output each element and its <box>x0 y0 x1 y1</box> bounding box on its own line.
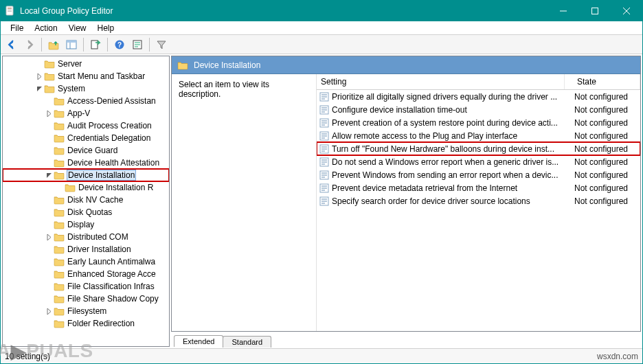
tree-node-label: Audit Process Creation <box>67 121 152 130</box>
chevron-right-icon[interactable] <box>34 73 44 80</box>
folder-icon <box>54 96 65 106</box>
setting-row[interactable]: Prevent device metadata retrieval from t… <box>317 181 640 194</box>
tab-standard[interactable]: Standard <box>223 336 271 348</box>
folder-icon <box>54 170 65 180</box>
setting-row[interactable]: Allow remote access to the Plug and Play… <box>317 129 640 142</box>
help-button[interactable] <box>111 36 128 53</box>
tree-node-label: Credentials Delegation <box>67 133 150 143</box>
setting-icon <box>319 144 329 154</box>
content-header-title: Device Installation <box>194 60 260 70</box>
folder-icon <box>54 282 65 291</box>
tree-pane[interactable]: ServerStart Menu and TaskbarSystemAccess… <box>2 56 170 347</box>
setting-row[interactable]: Prevent creation of a system restore poi… <box>317 116 640 129</box>
minimize-button[interactable] <box>548 1 579 21</box>
tree-node-label: Device Installation <box>67 170 135 180</box>
folder-icon <box>54 319 65 328</box>
menu-view[interactable]: View <box>63 22 92 34</box>
tree-node[interactable]: Server <box>3 58 169 70</box>
tree-node[interactable]: Audit Process Creation <box>3 120 169 132</box>
setting-icon <box>319 183 329 193</box>
tree-node-label: Driver Installation <box>67 244 131 254</box>
column-setting[interactable]: Setting <box>317 74 565 89</box>
setting-label: Do not send a Windows error report when … <box>332 157 574 167</box>
setting-row[interactable]: Prioritize all digitally signed drivers … <box>317 90 640 103</box>
folder-up-icon <box>48 39 59 50</box>
tab-extended[interactable]: Extended <box>174 335 223 347</box>
window-title: Local Group Policy Editor <box>20 6 548 16</box>
tree-node[interactable]: File Classification Infras <box>3 280 169 293</box>
tree-node[interactable]: Driver Installation <box>3 243 169 255</box>
tree-node[interactable]: Display <box>3 218 169 231</box>
folder-icon <box>54 207 65 217</box>
export-list-button[interactable] <box>87 36 104 53</box>
up-button[interactable] <box>45 36 62 53</box>
tree-node[interactable]: System <box>3 82 169 95</box>
back-button[interactable] <box>3 36 20 53</box>
forward-button[interactable] <box>21 36 38 53</box>
tree-node-label: Device Health Attestation <box>67 158 159 168</box>
tree-node[interactable]: Device Health Attestation <box>3 157 169 169</box>
folder-icon <box>54 133 65 143</box>
menu-action[interactable]: Action <box>29 22 63 34</box>
folder-icon <box>54 232 65 242</box>
setting-row[interactable]: Configure device installation time-outNo… <box>317 103 640 116</box>
export-icon <box>90 39 101 50</box>
tree-node[interactable]: Start Menu and Taskbar <box>3 70 169 82</box>
tree-node-label: File Classification Infras <box>67 282 155 291</box>
menu-help[interactable]: Help <box>92 22 120 34</box>
tree-node-label: System <box>58 84 85 93</box>
tree-node[interactable]: App-V <box>3 107 169 120</box>
menu-file[interactable]: File <box>5 22 29 34</box>
filter-button[interactable] <box>153 36 170 53</box>
tree-node-label: Disk Quotas <box>67 207 112 217</box>
chevron-down-icon[interactable] <box>34 86 44 92</box>
tree-node[interactable]: Disk NV Cache <box>3 194 169 206</box>
tree-node[interactable]: Device Guard <box>3 144 169 157</box>
setting-label: Configure device installation time-out <box>332 105 574 115</box>
tree-node[interactable]: Folder Redirection <box>3 317 169 330</box>
folder-icon <box>54 257 65 266</box>
folder-icon <box>65 183 76 192</box>
tree-node-label: Folder Redirection <box>67 319 135 328</box>
setting-state: Not configured <box>574 92 640 102</box>
folder-icon <box>44 84 55 93</box>
settings-list[interactable]: Setting State Prioritize all digitally s… <box>316 74 640 331</box>
status-bar: 10 setting(s) wsxdn.com <box>1 348 642 363</box>
tree-node[interactable]: Enhanced Storage Acce <box>3 268 169 280</box>
tree-node[interactable]: Distributed COM <box>3 231 169 243</box>
maximize-button[interactable] <box>579 1 611 21</box>
chevron-right-icon[interactable] <box>44 234 54 240</box>
close-button[interactable] <box>611 1 642 21</box>
setting-row[interactable]: Do not send a Windows error report when … <box>317 155 640 168</box>
column-headers[interactable]: Setting State <box>317 74 640 90</box>
setting-state: Not configured <box>574 196 640 206</box>
app-icon <box>5 5 16 16</box>
folder-icon <box>54 195 65 205</box>
chevron-right-icon[interactable] <box>44 111 54 117</box>
setting-row[interactable]: Prevent Windows from sending an error re… <box>317 168 640 181</box>
chevron-right-icon[interactable] <box>44 308 54 315</box>
properties-icon <box>132 39 143 50</box>
setting-label: Prevent creation of a system restore poi… <box>332 118 574 128</box>
tree-node[interactable]: Disk Quotas <box>3 206 169 218</box>
tree-node[interactable]: Device Installation <box>3 169 169 181</box>
tree-node-label: Device Guard <box>67 146 117 155</box>
tree-node[interactable]: Device Installation R <box>3 181 169 194</box>
setting-row[interactable]: Specify search order for device driver s… <box>317 194 640 207</box>
tree-node[interactable]: Filesystem <box>3 305 169 317</box>
setting-row[interactable]: Turn off "Found New Hardware" balloons d… <box>317 142 640 155</box>
tree-node[interactable]: Early Launch Antimalwa <box>3 255 169 268</box>
tree-node[interactable]: Credentials Delegation <box>3 132 169 144</box>
setting-state: Not configured <box>574 144 640 154</box>
setting-state: Not configured <box>574 183 640 193</box>
column-state[interactable]: State <box>565 74 640 89</box>
properties-button[interactable] <box>129 36 146 53</box>
panes-icon <box>66 39 77 50</box>
chevron-down-icon[interactable] <box>44 172 54 179</box>
status-right: wsxdn.com <box>597 352 638 361</box>
folder-icon <box>54 244 65 254</box>
setting-label: Prioritize all digitally signed drivers … <box>332 92 574 102</box>
show-hide-tree-button[interactable] <box>63 36 80 53</box>
tree-node[interactable]: Access-Denied Assistan <box>3 95 169 107</box>
tree-node[interactable]: File Share Shadow Copy <box>3 293 169 305</box>
